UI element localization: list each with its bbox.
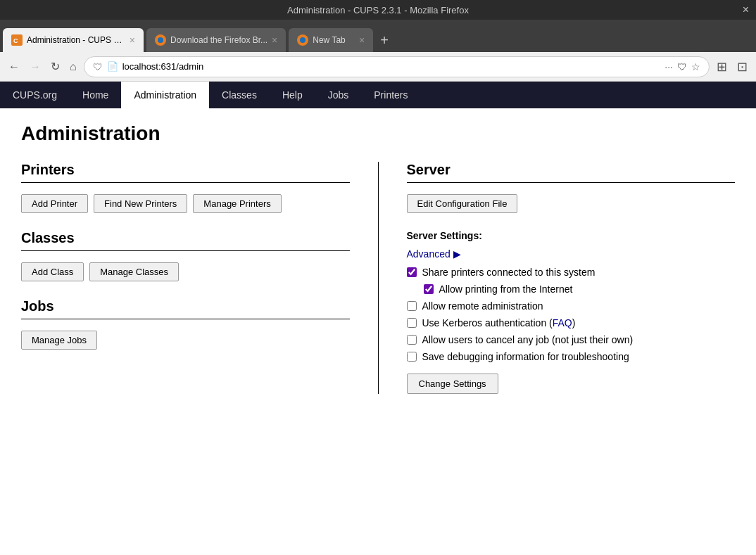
setting-kerberos: Use Kerberos authentication (FAQ) (407, 317, 736, 328)
advanced-arrow-icon: ▶ (453, 248, 461, 260)
tab1-label: Administration - CUPS 2... (27, 35, 125, 45)
nav-printers[interactable]: Printers (361, 82, 420, 108)
remote-admin-checkbox[interactable] (407, 301, 417, 311)
tabbar: C Administration - CUPS 2... × Download … (0, 20, 756, 52)
printers-section-title: Printers (21, 162, 350, 183)
new-tab-btn[interactable]: + (373, 28, 396, 52)
reload-btn[interactable]: ↻ (48, 57, 63, 76)
right-column: Server Edit Configuration File Server Se… (379, 162, 736, 394)
edit-config-file-btn[interactable]: Edit Configuration File (407, 194, 518, 213)
url-star-icon[interactable]: ☆ (691, 61, 700, 72)
add-class-btn[interactable]: Add Class (21, 262, 84, 281)
classes-section-title: Classes (21, 230, 350, 251)
url-shield-icon: 🛡 (677, 61, 687, 72)
url-actions: ··· 🛡 ☆ (664, 61, 700, 72)
left-column: Printers Add Printer Find New Printers M… (21, 162, 379, 394)
allow-internet-checkbox[interactable] (424, 284, 434, 294)
nav-jobs[interactable]: Jobs (315, 82, 362, 108)
tab1-favicon: C (11, 34, 23, 46)
share-printers-checkbox[interactable] (407, 267, 417, 277)
remote-admin-label: Allow remote administration (422, 300, 543, 312)
nav-home[interactable]: Home (70, 82, 121, 108)
save-debugging-label: Save debugging information for troublesh… (422, 351, 629, 362)
security-shield-icon: 🛡 (93, 61, 103, 72)
advanced-label: Advanced (407, 248, 451, 260)
setting-share-printers: Share printers connected to this system (407, 267, 736, 278)
main-content: Administration Printers Add Printer Find… (0, 108, 756, 408)
manage-printers-btn[interactable]: Manage Printers (193, 194, 281, 213)
printers-section: Printers Add Printer Find New Printers M… (21, 162, 350, 213)
share-printers-label: Share printers connected to this system (422, 267, 596, 278)
titlebar-close-btn[interactable]: × (743, 4, 749, 16)
columns-layout: Printers Add Printer Find New Printers M… (21, 162, 735, 394)
extensions-btn[interactable]: ⊡ (734, 56, 750, 77)
server-config-btn-group: Edit Configuration File (407, 194, 736, 213)
url-input[interactable] (122, 61, 661, 72)
url-page-icon: 📄 (107, 61, 118, 72)
tab-firefox-download[interactable]: Download the Firefox Br... × (146, 28, 286, 52)
server-settings-label: Server Settings: (407, 230, 736, 241)
titlebar: Administration - CUPS 2.3.1 - Mozilla Fi… (0, 0, 756, 20)
kerberos-checkbox[interactable] (407, 318, 417, 328)
home-btn[interactable]: ⌂ (67, 58, 80, 76)
nav-help[interactable]: Help (270, 82, 315, 108)
tab-new-tab[interactable]: New Tab × (289, 28, 373, 52)
manage-jobs-btn[interactable]: Manage Jobs (21, 331, 97, 350)
find-new-printers-btn[interactable]: Find New Printers (94, 194, 187, 213)
setting-remote-admin: Allow remote administration (407, 300, 736, 312)
nav-cups-org[interactable]: CUPS.org (0, 82, 70, 108)
tab3-close-btn[interactable]: × (359, 34, 365, 46)
svg-point-5 (300, 37, 305, 43)
classes-section: Classes Add Class Manage Classes (21, 230, 350, 281)
allow-internet-label: Allow printing from the Internet (439, 283, 573, 295)
jobs-section-title: Jobs (21, 298, 350, 319)
svg-point-3 (158, 37, 163, 43)
forward-btn[interactable]: → (27, 58, 44, 76)
tab3-label: New Tab (313, 35, 355, 45)
settings-list: Share printers connected to this system … (407, 267, 736, 362)
manage-classes-btn[interactable]: Manage Classes (89, 262, 179, 281)
back-btn[interactable]: ← (6, 58, 23, 76)
faq-link[interactable]: FAQ (553, 317, 572, 328)
url-more-icon[interactable]: ··· (664, 61, 673, 72)
setting-allow-internet: Allow printing from the Internet (424, 283, 736, 295)
tab1-close-btn[interactable]: × (130, 34, 135, 46)
svg-text:C: C (13, 37, 18, 44)
tab2-label: Download the Firefox Br... (170, 35, 267, 45)
server-section-title: Server (407, 162, 736, 183)
titlebar-text: Administration - CUPS 2.3.1 - Mozilla Fi… (287, 5, 469, 15)
change-settings-btn[interactable]: Change Settings (407, 374, 498, 394)
add-printer-btn[interactable]: Add Printer (21, 194, 88, 213)
jobs-section: Jobs Manage Jobs (21, 298, 350, 350)
cancel-any-job-label: Allow users to cancel any job (not just … (422, 334, 634, 345)
nav-administration[interactable]: Administration (121, 82, 209, 108)
tab2-favicon (155, 34, 166, 46)
tab2-close-btn[interactable]: × (272, 34, 277, 46)
page-title: Administration (21, 122, 735, 145)
cancel-any-job-checkbox[interactable] (407, 335, 417, 345)
setting-save-debugging: Save debugging information for troublesh… (407, 351, 736, 362)
setting-cancel-any-job: Allow users to cancel any job (not just … (407, 334, 736, 345)
addressbar: ← → ↻ ⌂ 🛡 📄 ··· 🛡 ☆ ⊞ ⊡ (0, 52, 756, 82)
tab3-favicon (297, 34, 308, 46)
tab-administration-cups[interactable]: C Administration - CUPS 2... × (3, 28, 144, 52)
kerberos-label: Use Kerberos authentication (FAQ) (422, 317, 576, 328)
sidebar-btn[interactable]: ⊞ (714, 56, 730, 77)
classes-btn-group: Add Class Manage Classes (21, 262, 350, 281)
jobs-btn-group: Manage Jobs (21, 331, 350, 350)
advanced-toggle[interactable]: Advanced ▶ (407, 248, 461, 260)
cups-nav: CUPS.org Home Administration Classes Hel… (0, 82, 756, 108)
save-debugging-checkbox[interactable] (407, 352, 417, 362)
nav-classes[interactable]: Classes (209, 82, 270, 108)
printers-btn-group: Add Printer Find New Printers Manage Pri… (21, 194, 350, 213)
url-bar: 🛡 📄 ··· 🛡 ☆ (84, 56, 710, 77)
